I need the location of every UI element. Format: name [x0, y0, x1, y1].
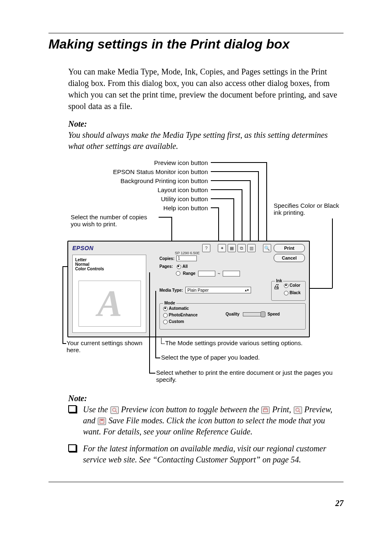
note2-text: Use the — [83, 405, 110, 414]
pages-all-label: All — [182, 264, 188, 269]
ink-color-label: Color — [290, 283, 300, 288]
note1-body: You should always make the Media Type se… — [68, 130, 344, 152]
mode-custom-label: Custom — [169, 319, 184, 324]
ink-black-radio[interactable] — [284, 291, 288, 295]
intro-paragraph: You can make Media Type, Mode, Ink, Copi… — [68, 66, 344, 112]
bg-print-icon[interactable]: ⧉ — [238, 244, 246, 252]
print-mode-icon — [261, 406, 270, 414]
note1-head: Note: — [68, 119, 344, 129]
mode-fieldset: Mode Automatic PhotoEnhance Custom Quali… — [159, 303, 306, 330]
ink-legend: Ink — [275, 279, 283, 283]
preview-letter-a: A — [78, 281, 141, 327]
note2-text: Print, — [270, 405, 293, 414]
version-text: SP 1290 6.50E — [175, 251, 200, 255]
range-to-input[interactable] — [223, 271, 240, 276]
mode-custom-radio[interactable] — [163, 320, 168, 324]
print-dialog: EPSON SP 1290 6.50E ? ✦ ▦ ⧉ ▥ 🔍 Print Ca… — [67, 241, 310, 337]
setting-line: Normal — [75, 262, 143, 267]
svg-rect-7 — [101, 419, 103, 421]
svg-point-0 — [113, 408, 116, 411]
callout-help: Help icon button — [164, 204, 208, 211]
bullet-icon — [68, 444, 76, 452]
pages-all-radio[interactable] — [177, 265, 181, 269]
svg-line-5 — [299, 411, 300, 413]
preview-mode-icon — [111, 406, 119, 414]
print-button[interactable]: Print — [274, 244, 305, 252]
page-title: Making settings in the Print dialog box — [48, 37, 344, 52]
callout-pages: Select whether to print the entire docum… — [156, 369, 337, 383]
svg-line-1 — [115, 411, 117, 413]
note2-head: Note: — [68, 394, 344, 403]
callout-mode: The Mode settings provide various settin… — [165, 339, 342, 346]
note2-text: Preview icon button to toggle between th… — [119, 405, 261, 414]
preview-icon[interactable]: 🔍 — [263, 244, 271, 252]
mode-auto-label: Automatic — [169, 306, 189, 311]
cancel-button[interactable]: Cancel — [274, 254, 305, 262]
utility-icon[interactable]: ✦ — [218, 244, 226, 252]
save-file-mode-icon — [98, 418, 106, 425]
ink-icon: 🖨 — [273, 283, 280, 290]
setting-line: Letter — [75, 258, 143, 262]
setting-line: Color Controls — [75, 267, 143, 271]
help-icon[interactable]: ? — [202, 244, 210, 252]
note2-text: Save File modes. Click the icon button t… — [83, 416, 325, 436]
media-type-select[interactable]: Plain Paper ▴▾ — [185, 287, 251, 293]
brand-logo: EPSON — [72, 245, 94, 251]
callout-current-settings: Your current settings shown here. — [67, 339, 145, 353]
preview-mode-icon2 — [294, 406, 302, 414]
note2-text: For the latest information on available … — [83, 444, 326, 464]
callout-ink: Specifies Color or Black ink printing. — [274, 202, 344, 216]
callout-bg: Background Printing icon button — [120, 177, 208, 184]
note2-item2: For the latest information on available … — [68, 443, 344, 465]
print-dialog-diagram: Preview icon button EPSON Status Monitor… — [48, 159, 344, 394]
callout-utility: Utility icon button — [161, 195, 208, 202]
callout-status: EPSON Status Monitor icon button — [113, 168, 208, 175]
layout-icon[interactable]: ▦ — [228, 244, 236, 252]
ink-color-radio[interactable] — [284, 283, 288, 288]
pages-range-radio[interactable] — [176, 271, 180, 276]
page-number: 27 — [48, 499, 344, 508]
mode-photo-label: PhotoEnhance — [169, 313, 198, 317]
copies-label: Copies: — [159, 256, 175, 261]
quality-speed-slider[interactable] — [243, 312, 264, 316]
ink-black-label: Black — [290, 290, 301, 295]
svg-point-4 — [296, 408, 299, 411]
range-from-input[interactable] — [198, 271, 215, 276]
bullet-icon — [68, 405, 76, 413]
status-monitor-icon[interactable]: ▥ — [247, 244, 256, 252]
media-type-value: Plain Paper — [187, 288, 209, 293]
pages-label: Pages: — [159, 264, 173, 269]
range-sep: ~ — [218, 271, 220, 276]
media-type-label: Media Type: — [159, 288, 183, 293]
note2-item1: Use the Preview icon button to toggle be… — [68, 404, 344, 437]
speed-label: Speed — [267, 312, 280, 316]
ink-fieldset: Ink 🖨 Color Black — [271, 281, 306, 301]
copies-input[interactable]: 1 — [176, 255, 197, 261]
callout-layout: Layout icon button — [157, 186, 208, 193]
pages-range-label: Range — [183, 271, 196, 276]
callout-copies: Select the number of copies you wish to … — [71, 214, 157, 228]
mode-photo-radio[interactable] — [163, 313, 168, 318]
callout-media: Select the type of paper you loaded. — [161, 354, 338, 361]
mode-auto-radio[interactable] — [163, 307, 168, 311]
mode-legend: Mode — [163, 301, 176, 305]
current-settings-panel: Letter Normal Color Controls A — [72, 255, 146, 333]
quality-label: Quality — [226, 312, 240, 316]
callout-preview: Preview icon button — [154, 159, 208, 166]
